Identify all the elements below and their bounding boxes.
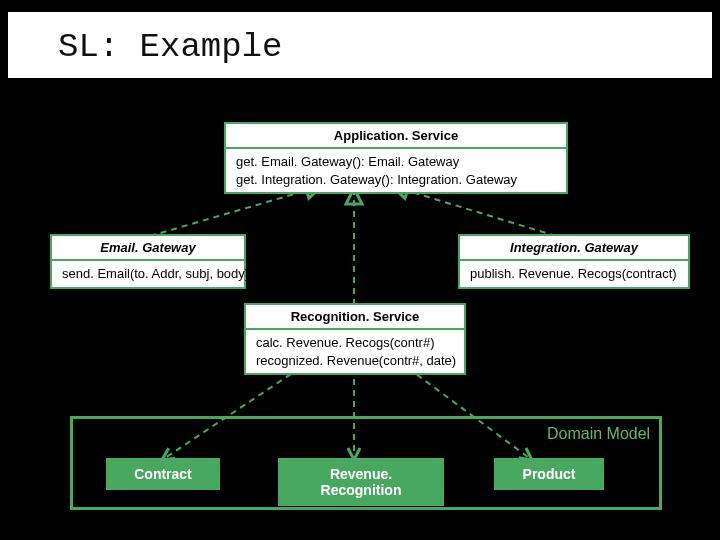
class-application-service: Application. Service get. Email. Gateway…	[224, 122, 568, 194]
entity-revenue-recognition: Revenue. Recognition	[278, 458, 444, 506]
class-email-gateway: Email. Gateway send. Email(to. Addr, sub…	[50, 234, 246, 289]
class-name: Recognition. Service	[246, 305, 464, 330]
class-name: Email. Gateway	[52, 236, 244, 261]
class-methods: publish. Revenue. Recogs(contract)	[460, 261, 688, 287]
entity-product: Product	[494, 458, 604, 490]
method-line: send. Email(to. Addr, subj, body)	[62, 265, 234, 283]
method-line: calc. Revenue. Recogs(contr#)	[256, 334, 454, 352]
method-line: publish. Revenue. Recogs(contract)	[470, 265, 678, 283]
method-line: get. Email. Gateway(): Email. Gateway	[236, 153, 556, 171]
class-name: Integration. Gateway	[460, 236, 688, 261]
class-methods: send. Email(to. Addr, subj, body)	[52, 261, 244, 287]
domain-model-label: Domain Model	[547, 425, 650, 443]
method-line: recognized. Revenue(contr#, date)	[256, 352, 454, 370]
class-methods: get. Email. Gateway(): Email. Gateway ge…	[226, 149, 566, 192]
class-name: Application. Service	[226, 124, 566, 149]
class-methods: calc. Revenue. Recogs(contr#) recognized…	[246, 330, 464, 373]
class-integration-gateway: Integration. Gateway publish. Revenue. R…	[458, 234, 690, 289]
page-title: SL: Example	[58, 28, 282, 66]
method-line: get. Integration. Gateway(): Integration…	[236, 171, 556, 189]
entity-contract: Contract	[106, 458, 220, 490]
class-recognition-service: Recognition. Service calc. Revenue. Reco…	[244, 303, 466, 375]
